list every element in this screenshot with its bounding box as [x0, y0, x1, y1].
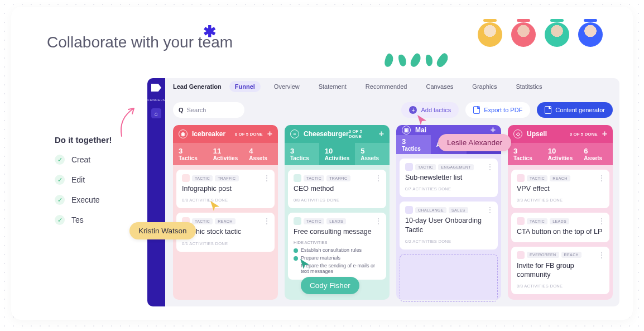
card-title: CTA button on the top of LP [517, 227, 604, 236]
card-icon [405, 206, 413, 214]
tactic-card[interactable]: ⋮ TACTICLEADS CTA button on the top of L… [511, 213, 609, 242]
column-header[interactable]: ≡Cheeseburger 0 OF 5 DONE+ [285, 125, 390, 143]
column-progress: 0 OF 5 DONE [235, 132, 263, 137]
add-tactics-button[interactable]: + Add tactics [401, 102, 459, 118]
column-title: Mai [415, 126, 426, 134]
checklist-label: Creat [71, 155, 90, 164]
tactic-card[interactable]: ⋮ CHALLANGESALES 10-day User Onboarding … [400, 202, 498, 250]
collaborator-avatars [478, 22, 603, 47]
add-icon[interactable]: + [602, 129, 607, 139]
card-title: VPV effect [517, 184, 604, 193]
column-stats: 3Tactics 11Activities 4Assets [173, 143, 278, 165]
column-cheeseburger: ≡Cheeseburger 0 OF 5 DONE+ 3Tactics 10Ac… [285, 125, 390, 300]
more-icon[interactable]: ⋮ [598, 217, 605, 225]
more-icon[interactable]: ⋮ [263, 217, 270, 225]
column-upsell: ◇Upsell 0 OF 5 DONE+ 3Tactics 10Activiti… [508, 125, 613, 300]
card-icon [517, 174, 525, 182]
card-sub: 0/8 ACTIVITIES DONE [182, 198, 269, 203]
check-icon: ✓ [55, 175, 65, 185]
activity-item: Establish consultation rules [301, 247, 362, 253]
burger-icon: ≡ [290, 129, 299, 138]
export-pdf-button[interactable]: Export to PDF [465, 102, 530, 118]
add-card-placeholder[interactable] [400, 254, 498, 302]
card-icon [517, 217, 525, 225]
logo-icon[interactable] [151, 84, 161, 92]
button-label: Add tactics [421, 107, 451, 113]
card-icon [182, 174, 190, 182]
more-icon[interactable]: ⋮ [598, 251, 605, 259]
tactic-card[interactable]: ⋮ TACTICREACH VPV effect 0/3 ACTIVITIES … [511, 170, 609, 208]
more-icon[interactable]: ⋮ [375, 174, 382, 182]
tactic-card[interactable]: ⋮ TACTICTRAFFIC Infographic post 0/8 ACT… [176, 170, 275, 208]
column-title: Cheeseburger [304, 130, 349, 138]
app-window: FUNNELS ⌂ Lead Generation Funnel Overvie… [147, 78, 619, 306]
more-icon[interactable]: ⋮ [487, 163, 493, 171]
column-header[interactable]: ◇Upsell 0 OF 5 DONE+ [508, 125, 613, 143]
sidebar-label: FUNNELS [147, 98, 165, 102]
content-generator-button[interactable]: Content generator [537, 102, 613, 118]
activity-item: Prepare the sending of e-mails or text m… [301, 263, 381, 274]
cursor-icon [299, 258, 310, 270]
bag-icon: ▣ [402, 126, 411, 135]
column-title: Upsell [527, 130, 547, 138]
card-title: Infographic post [182, 184, 269, 193]
tab-statement[interactable]: Statement [313, 81, 352, 92]
search-icon: Q [179, 107, 184, 113]
card-sub: 0/8 ACTIVITIES DONE [517, 284, 604, 289]
plus-icon: + [409, 106, 417, 114]
tab-overview[interactable]: Overview [268, 81, 305, 92]
more-icon[interactable]: ⋮ [375, 217, 382, 225]
card-sub: 0/7 ACTIVITIES DONE [405, 186, 492, 191]
add-icon[interactable]: + [267, 129, 272, 139]
avatar[interactable] [478, 22, 502, 47]
card-icon [294, 174, 301, 182]
checklist-label: Tes [71, 215, 84, 224]
card-title: Free consulting message [294, 227, 381, 236]
tactic-card[interactable]: ⋮ TACTICENGAGEMENT Sub-newsletter list 0… [400, 159, 498, 197]
asterisk-decor: ✱ [203, 22, 216, 41]
decor-blobs [385, 54, 446, 67]
kanban-board: ◉Icebreaker 0 OF 5 DONE+ 3Tactics 11Acti… [173, 125, 613, 300]
app-sidebar: FUNNELS ⌂ [147, 78, 165, 306]
search-input[interactable]: Q Search [173, 102, 244, 118]
card-title: 10-day User Onboarding Tactic [405, 216, 492, 234]
more-icon[interactable]: ⋮ [598, 174, 605, 182]
card-sub: 0/8 ACTIVITIES DONE [294, 198, 381, 203]
tab-graphics[interactable]: Graphics [467, 81, 502, 92]
avatar[interactable] [578, 22, 603, 47]
card-sub: 0/2 ACTIVITIES DONE [405, 239, 492, 244]
card-title: Sub-newsletter list [405, 173, 492, 182]
tab-statistics[interactable]: Statitstics [510, 81, 547, 92]
tactic-card[interactable]: ⋮ TACTICTRAFFIC CEO method 0/8 ACTIVITIE… [288, 170, 386, 208]
button-label: Export to PDF [484, 107, 522, 113]
column-header[interactable]: ◉Icebreaker 0 OF 5 DONE+ [173, 125, 278, 143]
button-label: Content generator [555, 107, 605, 113]
check-icon: ✓ [55, 215, 65, 225]
avatar[interactable] [545, 22, 569, 47]
cursor-icon [209, 200, 220, 212]
collaborator-chip: Leslie Alexander [438, 134, 511, 151]
tag-icon: ◇ [513, 129, 522, 138]
toolbar: Q Search + Add tactics Export to PDF Con… [173, 100, 613, 119]
tab-canvases[interactable]: Canvases [420, 81, 459, 92]
arrow-decor [117, 102, 145, 146]
tactic-card[interactable]: ⋮ EVERGREENREACH Invite for FB group com… [511, 247, 609, 295]
avatar[interactable] [511, 22, 536, 47]
tab-recommended[interactable]: Recommended [360, 81, 413, 92]
more-icon[interactable]: ⋮ [487, 206, 493, 214]
check-icon: ✓ [55, 195, 65, 205]
checklist-label: Execute [71, 195, 100, 204]
more-icon[interactable]: ⋮ [263, 174, 270, 182]
tab-funnel[interactable]: Funnel [229, 81, 261, 92]
card-title: Invite for FB group community [517, 261, 604, 280]
column-progress: 0 OF 5 DONE [570, 132, 598, 137]
breadcrumb: Lead Generation [173, 83, 222, 90]
card-title: CEO method [294, 184, 381, 193]
activities-toggle[interactable]: HIDE ACTIVITIES [294, 240, 381, 245]
home-icon[interactable]: ⌂ [151, 108, 161, 118]
topbar: Lead Generation Funnel Overview Statemen… [165, 78, 619, 95]
collaborator-chip: Cody Fisher [301, 277, 359, 294]
add-icon[interactable]: + [379, 129, 384, 139]
card-icon [517, 251, 525, 259]
stage: Collaborate with your team ✱ Do it toget… [11, 7, 633, 320]
